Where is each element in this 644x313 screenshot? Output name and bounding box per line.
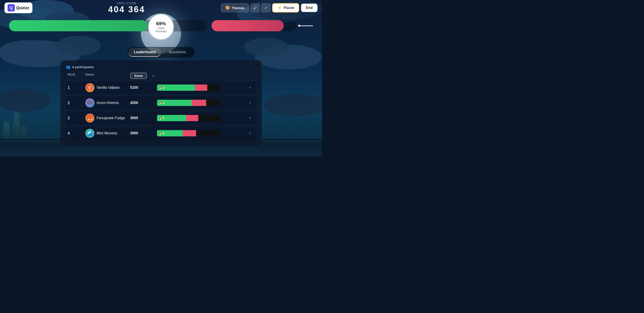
bar-green — [168, 115, 186, 121]
leaderboard-panel: 👥 4 participants Rank Name Score ← 1 🎯 — [60, 60, 262, 146]
streak-count: 0 — [163, 132, 164, 135]
table-row: 1 🎯 Vanilla Valjean 5100 🔥 1 — [66, 81, 256, 94]
mini-bar-track: 🔥 2 — [157, 100, 220, 106]
player-name: Fenugreek Fudge — [96, 116, 125, 120]
lightning-icon: ⚡ — [277, 5, 282, 10]
bar-black — [196, 130, 220, 136]
arrow-line — [300, 26, 313, 26]
join-code-value: 404 364 — [108, 5, 145, 14]
bar-cell: 🔥 2 — [157, 100, 246, 106]
table-row: 3 🦊 Fenugreek Fudge 3600 🔥 0 — [66, 111, 256, 125]
score-header-cell-row: Score ← — [130, 73, 157, 79]
remove-button[interactable]: × — [246, 116, 254, 120]
progress-red-fill — [212, 20, 284, 31]
join-code-label: JOIN CODE — [108, 2, 145, 5]
bar-header — [157, 73, 246, 79]
streak-badge: 🔥 1 — [157, 84, 168, 91]
table-row: 2 🎮 Acorn Artemis 4200 🔥 2 — [66, 96, 256, 110]
rank-cell: 3 — [68, 116, 86, 120]
streak-count: 1 — [163, 86, 164, 89]
streak-badge: 🔥 0 — [157, 115, 168, 121]
bar-cell: 🔥 0 — [157, 115, 246, 121]
bar-red — [195, 84, 207, 91]
participants-header: 👥 4 participants — [66, 65, 256, 69]
streak-badge: 🔥 0 — [157, 130, 168, 136]
bar-black — [207, 84, 220, 91]
progress-bar-left — [9, 20, 207, 31]
streak-count: 2 — [163, 101, 164, 104]
logo: Q Quizizz — [4, 2, 32, 13]
pause-button[interactable]: ⚡ Pause — [272, 3, 299, 12]
palette-icon: 🎨 — [225, 5, 230, 10]
progress-row: 69% Class Accuracy — [0, 18, 322, 34]
bar-red — [186, 115, 198, 121]
table-row: 4 🌊 Mint Moriarty 3000 🔥 0 — [66, 126, 256, 140]
score-arrow-icon: ← — [152, 73, 156, 78]
rank-cell: 2 — [68, 100, 86, 105]
avatar: 🦊 — [86, 114, 94, 122]
avatar-cell: 🎯 Vanilla Valjean — [86, 83, 130, 92]
avatar: 🌊 — [86, 129, 94, 138]
bar-green — [168, 100, 192, 106]
accuracy-label: Class Accuracy — [156, 26, 166, 33]
remove-button[interactable]: × — [246, 131, 254, 135]
tab-leaderboard[interactable]: Leaderboard — [128, 48, 161, 57]
sound-icon: 🔊 — [253, 6, 257, 10]
action-header — [246, 73, 254, 79]
fire-icon: 🔥 — [159, 116, 162, 120]
themes-button[interactable]: 🎨 Themes — [221, 3, 249, 12]
arrow-indicator — [300, 26, 313, 26]
tab-questions[interactable]: Questions — [161, 48, 194, 57]
streak-count: 0 — [163, 116, 164, 120]
accuracy-percentage: 69% — [156, 21, 166, 26]
bar-green — [168, 84, 195, 91]
score-cell: 4200 — [130, 101, 157, 105]
avatar-cell: 🌊 Mint Moriarty — [86, 129, 130, 138]
participants-count: 4 participants — [72, 65, 94, 69]
logo-icon: Q — [8, 4, 15, 12]
mini-bar-track: 🔥 1 — [157, 84, 220, 91]
accuracy-circle: 69% Class Accuracy — [149, 14, 173, 39]
fullscreen-button[interactable]: ⤢ — [262, 3, 270, 12]
right-section — [212, 20, 313, 31]
progress-bar-right — [212, 20, 296, 31]
bar-cell: 🔥 1 — [157, 84, 246, 91]
sound-button[interactable]: 🔊 — [251, 3, 260, 12]
fire-icon: 🔥 — [159, 101, 162, 104]
logo-text: Quizizz — [16, 6, 29, 10]
mini-bar-track: 🔥 0 — [157, 130, 220, 136]
bar-green — [168, 130, 183, 136]
fire-icon: 🔥 — [159, 132, 162, 135]
fire-icon: 🔥 — [159, 86, 162, 89]
bar-red — [192, 100, 206, 106]
join-code-area: JOIN CODE 404 364 — [108, 2, 145, 14]
themes-label: Themes — [232, 6, 245, 10]
main-panel: Leaderboard Questions 👥 4 participants R… — [60, 47, 262, 146]
header-controls: 🎨 Themes 🔊 ⤢ ⚡ Pause End — [221, 3, 318, 12]
fullscreen-icon: ⤢ — [264, 6, 267, 10]
arrow-head — [298, 24, 300, 27]
header: Q Quizizz JOIN CODE 404 364 🎨 Themes 🔊 ⤢… — [0, 0, 322, 16]
avatar: 🎯 — [86, 83, 94, 92]
rank-header: Rank — [68, 73, 86, 79]
progress-green-fill — [9, 20, 148, 31]
avatar-cell: 🎮 Acorn Artemis — [86, 98, 130, 107]
player-name: Vanilla Valjean — [96, 86, 120, 90]
streak-badge: 🔥 2 — [157, 100, 168, 106]
leaderboard-rows: 1 🎯 Vanilla Valjean 5100 🔥 1 — [66, 81, 256, 140]
table-header: Rank Name Score ← — [66, 73, 256, 81]
remove-button[interactable]: × — [246, 86, 254, 90]
avatar: 🎮 — [86, 98, 94, 107]
remove-button[interactable]: × — [246, 101, 254, 105]
people-icon: 👥 — [66, 65, 70, 69]
score-header-cell: Score — [130, 73, 147, 79]
rank-cell: 4 — [68, 131, 86, 136]
player-name: Acorn Artemis — [96, 101, 119, 105]
end-label: End — [306, 6, 312, 10]
name-header: Name — [86, 73, 130, 79]
end-button[interactable]: End — [301, 4, 318, 12]
pause-label: Pause — [284, 6, 294, 10]
score-cell: 3000 — [130, 131, 157, 135]
bar-black — [198, 115, 220, 121]
score-cell: 3600 — [130, 116, 157, 120]
